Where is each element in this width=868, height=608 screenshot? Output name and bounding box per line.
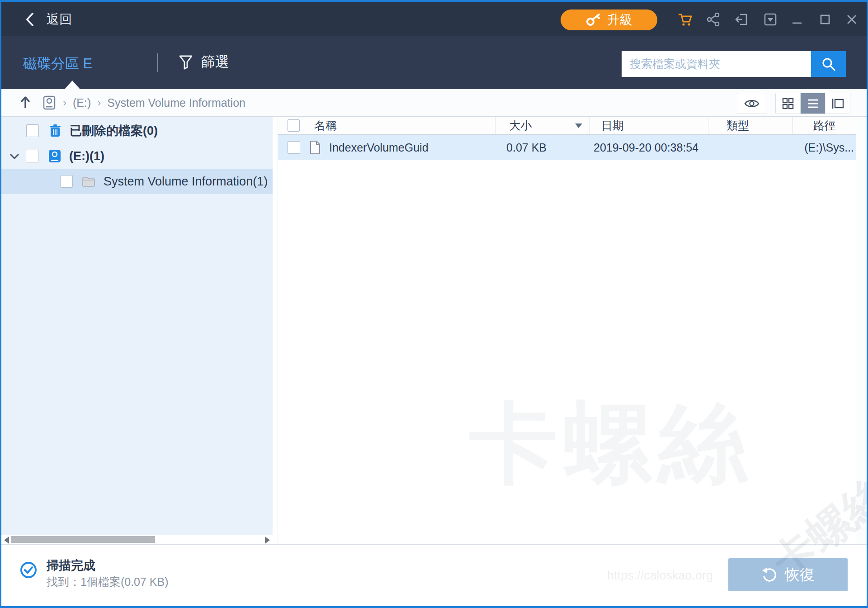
column-label: 大小 <box>509 118 532 133</box>
status-bar: 掃描完成 找到：1個檔案(0.07 KB) 恢復 <box>1 544 867 606</box>
scan-status-detail: 找到：1個檔案(0.07 KB) <box>47 575 169 589</box>
breadcrumb-item-drive[interactable]: (E:) <box>73 96 91 109</box>
maximize-icon <box>818 13 832 26</box>
tree-item-label: System Volume Information(1) <box>104 175 268 189</box>
list-view-icon <box>807 98 819 109</box>
cart-icon <box>677 12 693 27</box>
app-window: 返回 升級 磁碟分區 E <box>0 0 868 608</box>
scroll-left-arrow[interactable] <box>4 537 9 544</box>
column-label: 名稱 <box>314 118 337 133</box>
breadcrumb: › (E:) › System Volume Information <box>19 95 245 110</box>
key-icon <box>585 12 601 28</box>
column-label: 類型 <box>726 118 749 133</box>
file-name: IndexerVolumeGuid <box>329 141 429 154</box>
tab-pointer <box>65 81 80 89</box>
cart-button[interactable] <box>677 11 693 28</box>
column-label: 路徑 <box>813 118 835 133</box>
column-label: 日期 <box>601 118 624 133</box>
tree-item-checkbox[interactable] <box>60 175 73 188</box>
watermark-text: 卡螺絲 <box>469 385 753 504</box>
exit-button[interactable] <box>734 11 750 28</box>
tree-panel: 已刪除的檔案(0) (E:)(1) System Volume Informat… <box>1 117 273 544</box>
table-vertical-scrollbar[interactable] <box>856 117 868 544</box>
minimize-button[interactable] <box>789 11 805 28</box>
pane-view-button[interactable] <box>825 93 850 114</box>
column-header-date[interactable]: 日期 <box>590 117 708 134</box>
drive-outline-icon[interactable] <box>42 95 57 110</box>
pane-view-icon <box>831 98 844 109</box>
cell-name: IndexerVolumeGuid <box>278 135 496 160</box>
cell-type <box>708 135 793 160</box>
back-button[interactable]: 返回 <box>25 11 72 28</box>
window-menu-icon <box>763 12 778 27</box>
exit-icon <box>735 12 749 27</box>
tree-horizontal-scrollbar[interactable] <box>1 535 273 544</box>
grid-view-icon <box>782 97 794 110</box>
scan-status-title: 掃描完成 <box>47 557 95 574</box>
share-button[interactable] <box>705 11 722 28</box>
share-icon <box>706 12 721 27</box>
recover-label: 恢復 <box>785 565 815 585</box>
title-bar: 返回 升級 <box>1 2 867 36</box>
close-button[interactable] <box>844 11 860 28</box>
column-header-size[interactable]: 大小 <box>495 117 590 134</box>
maximize-button[interactable] <box>817 11 833 28</box>
table-row[interactable]: IndexerVolumeGuid 0.07 KB 2019-09-20 00:… <box>278 135 856 160</box>
search-box <box>622 51 811 77</box>
back-label: 返回 <box>47 11 72 28</box>
chevron-down-icon[interactable] <box>9 152 20 160</box>
table-header: 名稱 大小 日期 類型 路徑 <box>278 117 856 135</box>
eye-icon <box>744 98 760 109</box>
upgrade-label: 升級 <box>607 11 632 28</box>
row-checkbox[interactable] <box>288 141 300 154</box>
filter-funnel-icon <box>179 54 193 70</box>
upgrade-button[interactable]: 升級 <box>561 10 657 30</box>
file-path: (E:)\Sys... <box>804 141 854 154</box>
back-chevron-icon <box>25 12 35 27</box>
partition-tab-title[interactable]: 磁碟分區 E <box>23 54 92 73</box>
tree-item-system-volume-information[interactable]: System Volume Information(1) <box>1 169 273 194</box>
search-input[interactable] <box>629 57 804 71</box>
tree-item-deleted-files[interactable]: 已刪除的檔案(0) <box>1 118 273 143</box>
breadcrumb-separator: › <box>97 96 101 109</box>
file-size: 0.07 KB <box>506 141 547 154</box>
scrollbar-thumb[interactable] <box>11 536 155 543</box>
column-header-type[interactable]: 類型 <box>708 117 793 134</box>
list-view-button[interactable] <box>800 93 825 114</box>
cell-size: 0.07 KB <box>496 135 590 160</box>
drive-icon <box>48 149 61 163</box>
filter-label: 篩選 <box>201 52 229 71</box>
file-icon <box>309 140 321 155</box>
up-arrow-icon[interactable] <box>19 95 32 110</box>
toolbar-divider <box>157 53 158 72</box>
grid-view-button[interactable] <box>776 93 800 114</box>
tree-item-checkbox[interactable] <box>26 150 38 162</box>
close-icon <box>845 13 859 26</box>
sort-caret-icon[interactable] <box>575 124 582 128</box>
cell-path: (E:)\Sys... <box>793 135 856 160</box>
scroll-right-arrow[interactable] <box>265 537 270 544</box>
trash-icon <box>49 124 61 138</box>
select-all-checkbox[interactable] <box>288 119 300 132</box>
toolbar: 磁碟分區 E 篩選 <box>1 36 867 89</box>
breadcrumb-separator: › <box>63 96 66 109</box>
column-header-path[interactable]: 路徑 <box>793 117 856 134</box>
column-header-name[interactable]: 名稱 <box>278 117 495 134</box>
breadcrumb-bar: › (E:) › System Volume Information <box>1 89 867 117</box>
search-button[interactable] <box>811 51 846 77</box>
preview-toggle-button[interactable] <box>737 93 766 114</box>
view-mode-group <box>775 93 850 114</box>
folder-icon <box>82 176 95 187</box>
tree-item-drive-e[interactable]: (E:)(1) <box>1 143 273 169</box>
panel-divider <box>273 117 278 544</box>
tree-item-checkbox[interactable] <box>26 124 39 137</box>
recover-button[interactable]: 恢復 <box>728 558 848 591</box>
restore-icon <box>761 567 778 583</box>
cell-date: 2019-09-20 00:38:54 <box>590 135 708 160</box>
window-menu-button[interactable] <box>762 11 778 28</box>
minimize-icon <box>790 13 804 26</box>
breadcrumb-item-folder[interactable]: System Volume Information <box>107 96 245 109</box>
filter-button[interactable]: 篩選 <box>179 52 229 71</box>
search-magnifier-icon <box>821 57 836 72</box>
check-circle-icon <box>19 561 38 579</box>
